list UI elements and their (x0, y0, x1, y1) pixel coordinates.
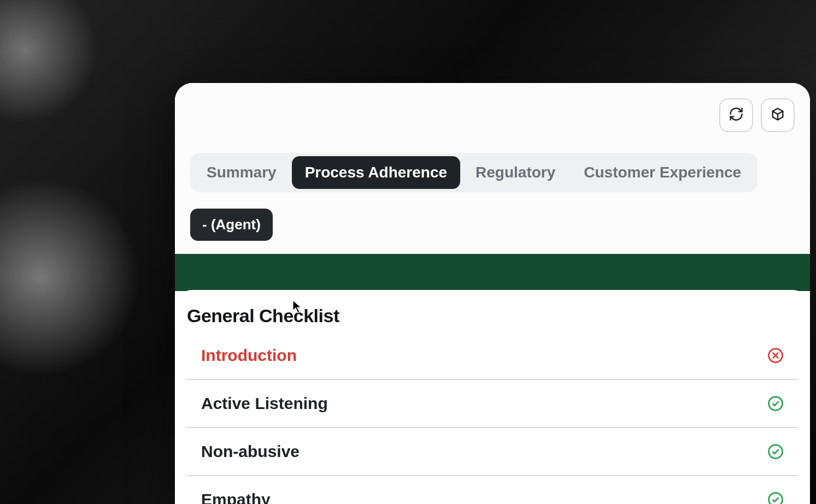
main-panel: Summary Process Adherence Regulatory Cus… (175, 83, 810, 504)
checklist-label: Active Listening (201, 394, 328, 413)
refresh-button[interactable] (719, 98, 753, 132)
status-fail-icon (767, 347, 784, 364)
checklist-label: Non-abusive (201, 442, 300, 461)
checklist-row-empathy[interactable]: Empathy (187, 476, 798, 504)
svg-point-3 (769, 493, 783, 505)
checklist-row-non-abusive[interactable]: Non-abusive (187, 428, 798, 476)
agent-chip[interactable]: - (Agent) (190, 209, 273, 241)
checklist-row-active-listening[interactable]: Active Listening (187, 380, 798, 428)
tab-regulatory[interactable]: Regulatory (462, 156, 568, 189)
status-pass-icon (767, 491, 784, 504)
tab-summary[interactable]: Summary (193, 156, 290, 189)
checklist-card: General Checklist Introduction Active Li… (175, 290, 810, 504)
agent-chip-row: - (Agent) (190, 209, 795, 241)
header-actions (719, 98, 795, 132)
tab-process-adherence[interactable]: Process Adherence (292, 156, 460, 189)
score-band (175, 254, 810, 291)
header-card: Summary Process Adherence Regulatory Cus… (175, 83, 810, 254)
checklist-row-introduction[interactable]: Introduction (187, 332, 798, 380)
tab-bar: Summary Process Adherence Regulatory Cus… (190, 153, 758, 192)
export-button[interactable] (761, 98, 795, 132)
checklist-label: Introduction (201, 346, 297, 365)
refresh-icon (729, 106, 744, 124)
checklist-label: Empathy (201, 490, 271, 504)
checklist-title: General Checklist (175, 305, 810, 332)
status-pass-icon (767, 443, 784, 460)
tab-customer-experience[interactable]: Customer Experience (571, 156, 754, 189)
package-icon (770, 106, 785, 124)
status-pass-icon (767, 395, 784, 412)
